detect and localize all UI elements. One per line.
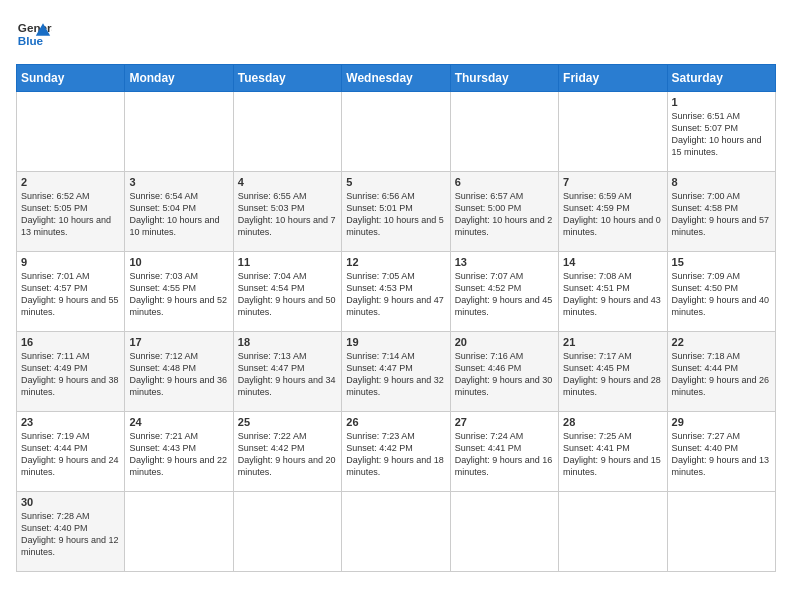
day-header-saturday: Saturday bbox=[667, 65, 775, 92]
cell-info: Sunrise: 6:55 AM Sunset: 5:03 PM Dayligh… bbox=[238, 190, 337, 239]
calendar-cell bbox=[125, 92, 233, 172]
logo: General Blue bbox=[16, 16, 52, 52]
calendar-cell: 2Sunrise: 6:52 AM Sunset: 5:05 PM Daylig… bbox=[17, 172, 125, 252]
cell-info: Sunrise: 7:27 AM Sunset: 4:40 PM Dayligh… bbox=[672, 430, 771, 479]
calendar-cell: 11Sunrise: 7:04 AM Sunset: 4:54 PM Dayli… bbox=[233, 252, 341, 332]
calendar-table: SundayMondayTuesdayWednesdayThursdayFrid… bbox=[16, 64, 776, 572]
day-number: 22 bbox=[672, 336, 771, 348]
day-number: 17 bbox=[129, 336, 228, 348]
page-header: General Blue bbox=[16, 16, 776, 52]
cell-info: Sunrise: 6:59 AM Sunset: 4:59 PM Dayligh… bbox=[563, 190, 662, 239]
day-number: 7 bbox=[563, 176, 662, 188]
cell-info: Sunrise: 7:12 AM Sunset: 4:48 PM Dayligh… bbox=[129, 350, 228, 399]
day-number: 5 bbox=[346, 176, 445, 188]
cell-info: Sunrise: 7:19 AM Sunset: 4:44 PM Dayligh… bbox=[21, 430, 120, 479]
day-number: 13 bbox=[455, 256, 554, 268]
cell-info: Sunrise: 7:09 AM Sunset: 4:50 PM Dayligh… bbox=[672, 270, 771, 319]
cell-info: Sunrise: 7:18 AM Sunset: 4:44 PM Dayligh… bbox=[672, 350, 771, 399]
day-number: 15 bbox=[672, 256, 771, 268]
cell-info: Sunrise: 7:01 AM Sunset: 4:57 PM Dayligh… bbox=[21, 270, 120, 319]
day-number: 1 bbox=[672, 96, 771, 108]
day-number: 28 bbox=[563, 416, 662, 428]
calendar-cell bbox=[559, 492, 667, 572]
calendar-cell bbox=[233, 92, 341, 172]
calendar-cell bbox=[233, 492, 341, 572]
day-number: 12 bbox=[346, 256, 445, 268]
cell-info: Sunrise: 7:21 AM Sunset: 4:43 PM Dayligh… bbox=[129, 430, 228, 479]
cell-info: Sunrise: 7:07 AM Sunset: 4:52 PM Dayligh… bbox=[455, 270, 554, 319]
calendar-cell: 25Sunrise: 7:22 AM Sunset: 4:42 PM Dayli… bbox=[233, 412, 341, 492]
calendar-cell: 4Sunrise: 6:55 AM Sunset: 5:03 PM Daylig… bbox=[233, 172, 341, 252]
cell-info: Sunrise: 7:16 AM Sunset: 4:46 PM Dayligh… bbox=[455, 350, 554, 399]
calendar-cell bbox=[667, 492, 775, 572]
calendar-cell bbox=[342, 492, 450, 572]
cell-info: Sunrise: 7:23 AM Sunset: 4:42 PM Dayligh… bbox=[346, 430, 445, 479]
calendar-cell bbox=[450, 492, 558, 572]
day-header-tuesday: Tuesday bbox=[233, 65, 341, 92]
cell-info: Sunrise: 7:25 AM Sunset: 4:41 PM Dayligh… bbox=[563, 430, 662, 479]
day-header-monday: Monday bbox=[125, 65, 233, 92]
calendar-cell: 7Sunrise: 6:59 AM Sunset: 4:59 PM Daylig… bbox=[559, 172, 667, 252]
day-number: 18 bbox=[238, 336, 337, 348]
day-number: 2 bbox=[21, 176, 120, 188]
day-header-friday: Friday bbox=[559, 65, 667, 92]
day-number: 11 bbox=[238, 256, 337, 268]
cell-info: Sunrise: 6:57 AM Sunset: 5:00 PM Dayligh… bbox=[455, 190, 554, 239]
calendar-cell: 5Sunrise: 6:56 AM Sunset: 5:01 PM Daylig… bbox=[342, 172, 450, 252]
calendar-cell bbox=[450, 92, 558, 172]
calendar-cell: 27Sunrise: 7:24 AM Sunset: 4:41 PM Dayli… bbox=[450, 412, 558, 492]
cell-info: Sunrise: 6:52 AM Sunset: 5:05 PM Dayligh… bbox=[21, 190, 120, 239]
cell-info: Sunrise: 7:04 AM Sunset: 4:54 PM Dayligh… bbox=[238, 270, 337, 319]
cell-info: Sunrise: 7:13 AM Sunset: 4:47 PM Dayligh… bbox=[238, 350, 337, 399]
calendar-cell: 22Sunrise: 7:18 AM Sunset: 4:44 PM Dayli… bbox=[667, 332, 775, 412]
calendar-cell: 30Sunrise: 7:28 AM Sunset: 4:40 PM Dayli… bbox=[17, 492, 125, 572]
cell-info: Sunrise: 7:11 AM Sunset: 4:49 PM Dayligh… bbox=[21, 350, 120, 399]
calendar-cell: 16Sunrise: 7:11 AM Sunset: 4:49 PM Dayli… bbox=[17, 332, 125, 412]
cell-info: Sunrise: 7:14 AM Sunset: 4:47 PM Dayligh… bbox=[346, 350, 445, 399]
day-number: 27 bbox=[455, 416, 554, 428]
day-header-sunday: Sunday bbox=[17, 65, 125, 92]
cell-info: Sunrise: 7:05 AM Sunset: 4:53 PM Dayligh… bbox=[346, 270, 445, 319]
calendar-cell: 20Sunrise: 7:16 AM Sunset: 4:46 PM Dayli… bbox=[450, 332, 558, 412]
calendar-cell: 17Sunrise: 7:12 AM Sunset: 4:48 PM Dayli… bbox=[125, 332, 233, 412]
calendar-cell: 19Sunrise: 7:14 AM Sunset: 4:47 PM Dayli… bbox=[342, 332, 450, 412]
calendar-cell: 29Sunrise: 7:27 AM Sunset: 4:40 PM Dayli… bbox=[667, 412, 775, 492]
day-number: 30 bbox=[21, 496, 120, 508]
calendar-cell bbox=[125, 492, 233, 572]
calendar-cell: 23Sunrise: 7:19 AM Sunset: 4:44 PM Dayli… bbox=[17, 412, 125, 492]
calendar-cell: 14Sunrise: 7:08 AM Sunset: 4:51 PM Dayli… bbox=[559, 252, 667, 332]
calendar-cell: 18Sunrise: 7:13 AM Sunset: 4:47 PM Dayli… bbox=[233, 332, 341, 412]
day-number: 20 bbox=[455, 336, 554, 348]
day-number: 8 bbox=[672, 176, 771, 188]
calendar-cell: 1Sunrise: 6:51 AM Sunset: 5:07 PM Daylig… bbox=[667, 92, 775, 172]
calendar-cell: 21Sunrise: 7:17 AM Sunset: 4:45 PM Dayli… bbox=[559, 332, 667, 412]
day-number: 24 bbox=[129, 416, 228, 428]
cell-info: Sunrise: 7:03 AM Sunset: 4:55 PM Dayligh… bbox=[129, 270, 228, 319]
day-number: 14 bbox=[563, 256, 662, 268]
calendar-cell: 8Sunrise: 7:00 AM Sunset: 4:58 PM Daylig… bbox=[667, 172, 775, 252]
day-number: 23 bbox=[21, 416, 120, 428]
cell-info: Sunrise: 6:54 AM Sunset: 5:04 PM Dayligh… bbox=[129, 190, 228, 239]
day-number: 6 bbox=[455, 176, 554, 188]
calendar-cell: 6Sunrise: 6:57 AM Sunset: 5:00 PM Daylig… bbox=[450, 172, 558, 252]
calendar-cell bbox=[17, 92, 125, 172]
day-number: 4 bbox=[238, 176, 337, 188]
cell-info: Sunrise: 7:17 AM Sunset: 4:45 PM Dayligh… bbox=[563, 350, 662, 399]
cell-info: Sunrise: 6:56 AM Sunset: 5:01 PM Dayligh… bbox=[346, 190, 445, 239]
day-number: 9 bbox=[21, 256, 120, 268]
calendar-cell: 24Sunrise: 7:21 AM Sunset: 4:43 PM Dayli… bbox=[125, 412, 233, 492]
calendar-cell: 15Sunrise: 7:09 AM Sunset: 4:50 PM Dayli… bbox=[667, 252, 775, 332]
cell-info: Sunrise: 7:00 AM Sunset: 4:58 PM Dayligh… bbox=[672, 190, 771, 239]
day-number: 26 bbox=[346, 416, 445, 428]
day-number: 10 bbox=[129, 256, 228, 268]
day-header-thursday: Thursday bbox=[450, 65, 558, 92]
day-number: 29 bbox=[672, 416, 771, 428]
calendar-cell: 9Sunrise: 7:01 AM Sunset: 4:57 PM Daylig… bbox=[17, 252, 125, 332]
cell-info: Sunrise: 7:28 AM Sunset: 4:40 PM Dayligh… bbox=[21, 510, 120, 559]
cell-info: Sunrise: 7:22 AM Sunset: 4:42 PM Dayligh… bbox=[238, 430, 337, 479]
cell-info: Sunrise: 6:51 AM Sunset: 5:07 PM Dayligh… bbox=[672, 110, 771, 159]
calendar-cell: 3Sunrise: 6:54 AM Sunset: 5:04 PM Daylig… bbox=[125, 172, 233, 252]
calendar-cell: 10Sunrise: 7:03 AM Sunset: 4:55 PM Dayli… bbox=[125, 252, 233, 332]
calendar-cell bbox=[342, 92, 450, 172]
calendar-cell bbox=[559, 92, 667, 172]
